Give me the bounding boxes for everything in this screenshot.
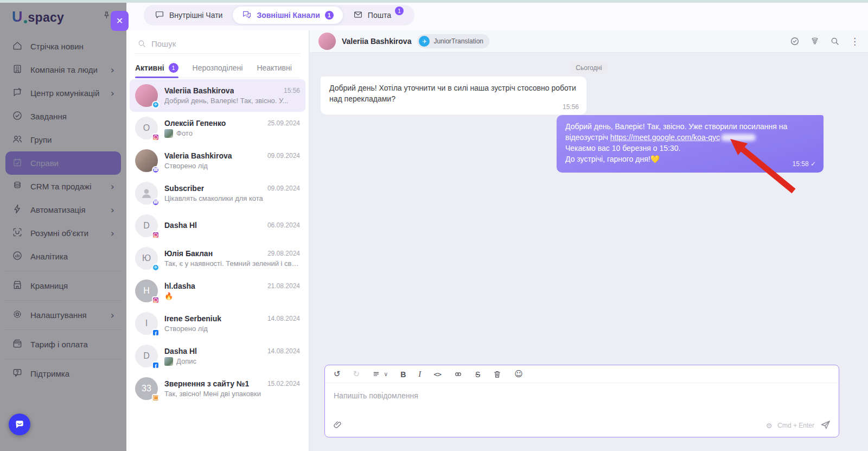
chat-preview: Добрий день, Валеріє! Так, звісно. У... bbox=[164, 97, 288, 105]
sidebar-dim-overlay bbox=[0, 0, 126, 451]
tab-unread-badge: 1 bbox=[395, 7, 404, 15]
chat-list-item[interactable]: O Олексій Гепенко 25.09.2024 Фото bbox=[130, 112, 305, 144]
strikethrough-button[interactable]: S bbox=[475, 371, 480, 378]
filter-tabs: Активні 1 Нерозподілені Неактивні bbox=[135, 58, 300, 78]
search-icon[interactable] bbox=[830, 36, 840, 46]
chat-list-item[interactable]: D Dasha Hl 06.09.2024 bbox=[130, 209, 305, 242]
kebab-menu-icon[interactable]: ⋮ bbox=[850, 36, 859, 47]
send-settings-gear-icon[interactable]: ⚙ bbox=[766, 422, 773, 430]
link-icon[interactable] bbox=[454, 370, 463, 379]
chat-list-item[interactable]: 33 Звернення з сайту №1 15.02.2024 Так, … bbox=[130, 372, 305, 405]
avatar bbox=[135, 182, 158, 205]
chat-rows: Valeriia Bashkirova 15:56 Добрий день, В… bbox=[126, 79, 309, 451]
channel-tab[interactable]: Пошта 1 bbox=[344, 7, 413, 24]
avatar: I bbox=[135, 312, 158, 335]
chat-list-item[interactable]: Valeriia Bashkirova 15:56 Добрий день, В… bbox=[130, 79, 305, 112]
attach-file-icon[interactable] bbox=[333, 420, 343, 432]
filter-label: Активні bbox=[135, 63, 164, 72]
channel-tab[interactable]: Внутрішні Чати bbox=[145, 7, 232, 24]
chat-name: hl.dasha bbox=[164, 282, 195, 290]
support-chat-fab[interactable] bbox=[9, 414, 30, 435]
italic-button[interactable]: I bbox=[418, 370, 421, 378]
chat-time: 15.02.2024 bbox=[267, 380, 300, 388]
chat-preview: Допис bbox=[176, 357, 196, 365]
sidebar-close-button[interactable]: ✕ bbox=[111, 11, 129, 31]
trash-icon[interactable] bbox=[493, 370, 502, 379]
chat-list-item[interactable]: H hl.dasha 21.08.2024 🔥 bbox=[130, 275, 305, 307]
code-button[interactable]: <> bbox=[433, 371, 441, 378]
message-input[interactable] bbox=[334, 391, 830, 400]
incoming-message-time: 15:56 bbox=[563, 103, 579, 112]
filter-tab[interactable]: Неактивні bbox=[257, 58, 291, 78]
emoji-icon[interactable]: ☺ bbox=[514, 370, 523, 378]
outgoing-message: Добрий день, Валеріє! Так, звісно. Уже с… bbox=[557, 115, 824, 173]
chat-preview: Так, є у наявності. Темний зелений і сві… bbox=[164, 259, 300, 268]
channel-source-badge-icon bbox=[152, 166, 159, 174]
filter-tab[interactable]: Нерозподілені bbox=[193, 58, 243, 78]
chat-list-item[interactable]: Ю Юлія Баклан 29.08.2024 Так, є у наявно… bbox=[130, 242, 305, 275]
channel-source-badge-icon bbox=[152, 231, 159, 239]
chat-name: Юлія Баклан bbox=[164, 249, 213, 258]
chat-name: Dasha Hl bbox=[164, 221, 197, 230]
chat-preview: Створено лід bbox=[164, 162, 208, 170]
align-icon[interactable]: ∨ bbox=[372, 370, 388, 379]
chat-list-item[interactable]: Subscriber 09.09.2024 Цікавлять смаколик… bbox=[130, 177, 305, 209]
filter-tab[interactable]: Активні 1 bbox=[135, 58, 178, 78]
tab-label: Внутрішні Чати bbox=[169, 11, 222, 20]
chat-preview: 🔥 bbox=[164, 292, 173, 300]
tab-unread-badge: 1 bbox=[325, 11, 334, 20]
chat-time: 09.09.2024 bbox=[267, 185, 300, 192]
conversation-pane: Valeriia Bashkirova ✈ JuniorTranslation … bbox=[310, 30, 868, 451]
avatar: 33 bbox=[135, 377, 158, 400]
channel-source-badge-icon bbox=[152, 199, 159, 206]
mark-done-icon[interactable] bbox=[790, 36, 800, 46]
chat-time: 15:56 bbox=[284, 87, 300, 94]
channel-source-badge-icon bbox=[152, 101, 159, 109]
person-icon bbox=[139, 186, 154, 200]
avatar: O bbox=[135, 117, 158, 139]
avatar-initials: Ю bbox=[142, 253, 151, 263]
conversation-header: Valeriia Bashkirova ✈ JuniorTranslation … bbox=[310, 30, 868, 53]
chat-name: Valeria Bashkirova bbox=[164, 151, 232, 160]
avatar-initials: D bbox=[143, 221, 150, 231]
search-input[interactable] bbox=[151, 39, 298, 48]
outgoing-message-line3: До зустрічі, гарного дня!💛 bbox=[565, 154, 815, 165]
avatar-initials: 33 bbox=[142, 384, 151, 393]
channel-pill[interactable]: ✈ JuniorTranslation bbox=[417, 34, 489, 48]
outgoing-message-time: 15:58 bbox=[793, 160, 809, 168]
chat-list-item[interactable]: I Irene Serbeniuk 14.08.2024 Створено лі… bbox=[130, 307, 305, 340]
chat-list-panel: Активні 1 Нерозподілені Неактивні bbox=[126, 30, 309, 451]
chat-name: Олексій Гепенко bbox=[164, 119, 226, 128]
avatar bbox=[135, 84, 158, 107]
send-shortcut-hint: Cmd + Enter bbox=[777, 422, 814, 429]
avatar: H bbox=[135, 280, 158, 302]
incoming-message-text: Добрий день! Хотіла уточнити чи в силі н… bbox=[329, 84, 576, 103]
tab-label: Зовнішні Канали bbox=[257, 11, 320, 20]
channel-tab[interactable]: Зовнішні Канали 1 bbox=[233, 7, 342, 24]
chat-time: 09.09.2024 bbox=[267, 152, 300, 160]
attachment-thumbnail bbox=[164, 129, 173, 138]
chat-name: Valeriia Bashkirova bbox=[164, 86, 234, 95]
meeting-link[interactable]: https://meet.google.com/koa-qyc bbox=[610, 133, 720, 142]
chat-list-item[interactable]: Valeria Bashkirova 09.09.2024 Створено л… bbox=[130, 144, 305, 177]
sidebar: U spacy Стрічка новин › Компанія та люди bbox=[0, 0, 126, 451]
chat-name: Звернення з сайту №1 bbox=[164, 379, 249, 388]
send-button[interactable] bbox=[820, 419, 831, 432]
avatar: D bbox=[135, 345, 158, 367]
search-field[interactable] bbox=[135, 34, 301, 54]
chat-time: 14.08.2024 bbox=[267, 315, 300, 322]
chat-preview: Так, звісно! Мені дві упаковки bbox=[164, 390, 261, 398]
chat-list-item[interactable]: D Dasha Hl 14.08.2024 Допис bbox=[130, 340, 305, 372]
undo-icon[interactable]: ↺ bbox=[334, 370, 341, 378]
bold-button[interactable]: B bbox=[400, 371, 406, 378]
redo-icon[interactable]: ↻ bbox=[353, 370, 360, 378]
funnel-icon[interactable] bbox=[810, 36, 820, 46]
attachment-thumbnail bbox=[164, 357, 173, 366]
channel-source-badge-icon bbox=[152, 329, 159, 336]
channel-source-badge-icon bbox=[152, 296, 159, 304]
conversation-avatar[interactable] bbox=[318, 33, 336, 50]
filter-label: Неактивні bbox=[257, 63, 291, 72]
filter-count-badge: 1 bbox=[169, 63, 178, 73]
avatar-initials: H bbox=[143, 286, 150, 296]
message-composer: ↺ ↻ ∨ B I <> S ☺ ⚙ Cmd + Enter bbox=[324, 365, 839, 437]
